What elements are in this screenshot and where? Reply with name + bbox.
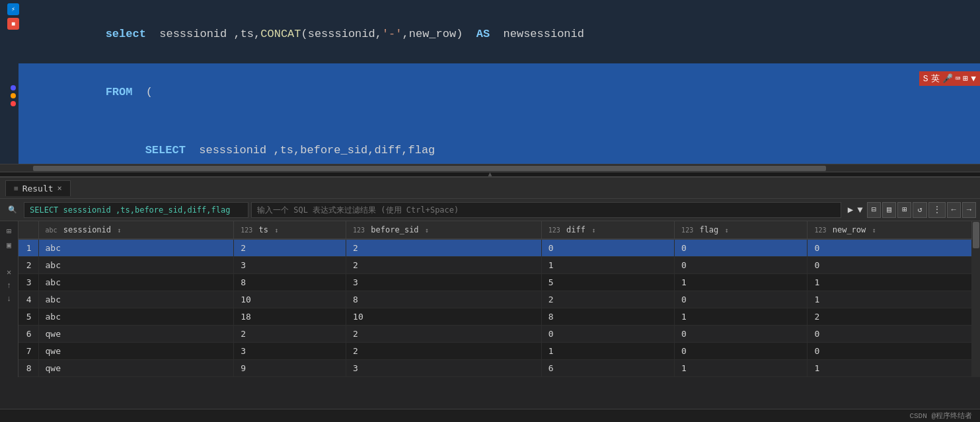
toolbar-filter-btn[interactable]: ⊟ — [867, 202, 881, 218]
cell-sesssionid: qwe — [38, 343, 234, 360]
cell-num: 1 — [19, 239, 38, 257]
toolbar-columns-btn[interactable]: ▤ — [882, 202, 896, 218]
side-icon-4[interactable]: ↑ — [7, 281, 11, 291]
filter-expression-input[interactable] — [251, 202, 841, 218]
cell-before_sid: 8 — [346, 291, 542, 308]
th-sesssionid[interactable]: abc sesssionid ↕ — [38, 221, 234, 239]
th-ts[interactable]: 123 ts ↕ — [234, 221, 346, 239]
cell-num: 6 — [19, 326, 38, 343]
cell-new_row: 0 — [808, 326, 972, 343]
margin-icon-1[interactable]: ⚡ — [7, 3, 19, 15]
cell-ts: 3 — [234, 257, 346, 274]
nav-dropdown-btn[interactable]: ▼ — [856, 205, 864, 215]
side-icon-1[interactable]: ⊞ — [7, 227, 11, 236]
right-scrollbar-thumb[interactable] — [973, 222, 979, 248]
toolbar-forward-btn[interactable]: → — [962, 202, 976, 218]
cell-diff: 0 — [541, 239, 674, 257]
side-icon-5[interactable]: ↓ — [7, 295, 11, 304]
cell-num: 3 — [19, 274, 38, 291]
table-area: ⊞ ▣ ✕ ↑ ↓ abc sesssionid ↕ — [0, 221, 980, 377]
input-method-mic[interactable]: 🎤 — [942, 73, 953, 84]
cell-num: 5 — [19, 308, 38, 326]
result-tab[interactable]: ≡ Result × — [5, 180, 71, 196]
table-row[interactable]: 7qwe32100 — [19, 343, 972, 360]
input-method-overlay[interactable]: S 英 🎤 ⌨ ⊞ ▼ — [919, 71, 980, 86]
cell-sesssionid: abc — [38, 274, 234, 291]
table-row[interactable]: 1abc22000 — [19, 239, 972, 257]
toolbar-export-btn[interactable]: ⊞ — [897, 202, 911, 218]
cell-diff: 5 — [541, 274, 674, 291]
th-before_sid[interactable]: 123 before_sid ↕ — [346, 221, 542, 239]
filter-icon-btn[interactable]: 🔍 — [4, 202, 21, 218]
toolbar-more-btn[interactable]: ⋮ — [928, 202, 946, 218]
sort-icon-diff[interactable]: ↕ — [591, 227, 595, 234]
side-icon-3[interactable]: ✕ — [7, 267, 11, 277]
code-horizontal-scrollbar[interactable] — [0, 164, 980, 172]
cell-before_sid: 2 — [346, 326, 542, 343]
left-margin: ⚡ ■ — [0, 0, 26, 164]
table-row[interactable]: 4abc108201 — [19, 291, 972, 308]
result-table-wrapper[interactable]: abc sesssionid ↕ 123 ts ↕ 123 — [19, 221, 972, 377]
result-tab-label: Result — [22, 184, 54, 193]
cell-flag: 0 — [675, 326, 808, 343]
cell-flag: 0 — [675, 257, 808, 274]
cell-diff: 8 — [541, 308, 674, 326]
margin-dot-1 — [11, 85, 16, 90]
table-row[interactable]: 5abc1810812 — [19, 308, 972, 326]
cell-num: 2 — [19, 257, 38, 274]
input-method-extra[interactable]: ▼ — [971, 74, 976, 84]
table-row[interactable]: 6qwe22000 — [19, 326, 972, 343]
result-tab-close[interactable]: × — [57, 184, 62, 193]
col-icon-before_sid: 123 — [353, 227, 365, 234]
input-method-lang: 英 — [931, 73, 940, 85]
right-scrollbar[interactable] — [972, 221, 980, 377]
margin-icon-2[interactable]: ■ — [7, 18, 19, 30]
cell-new_row: 1 — [808, 291, 972, 308]
th-diff[interactable]: 123 diff ↕ — [541, 221, 674, 239]
th-new_row[interactable]: 123 new_row ↕ — [808, 221, 972, 239]
cell-sesssionid: abc — [38, 308, 234, 326]
code-line-1: select sesssionid ,ts,CONCAT(sesssionid,… — [19, 5, 980, 63]
input-method-label: S — [923, 74, 928, 84]
sort-icon-flag[interactable]: ↕ — [725, 227, 729, 234]
cell-ts: 10 — [234, 291, 346, 308]
toolbar-back-btn[interactable]: ← — [947, 202, 961, 218]
cell-ts: 2 — [234, 239, 346, 257]
col-icon-new_row: 123 — [814, 227, 826, 234]
cell-new_row: 0 — [808, 239, 972, 257]
side-icon-2[interactable]: ▣ — [7, 240, 11, 250]
nav-arrows: ▶ ▼ — [847, 204, 864, 215]
cell-sesssionid: abc — [38, 257, 234, 274]
input-method-keyboard[interactable]: ⌨ — [956, 73, 961, 84]
table-row[interactable]: 8qwe93611 — [19, 360, 972, 377]
table-header-row: abc sesssionid ↕ 123 ts ↕ 123 — [19, 221, 972, 239]
toolbar-refresh-btn[interactable]: ↺ — [913, 202, 926, 218]
result-tab-header: ≡ Result × — [0, 178, 980, 199]
result-panel: ≡ Result × 🔍 SELECT sesssionid ,ts,befor… — [0, 177, 980, 409]
resize-handle[interactable]: ▲ — [0, 172, 980, 177]
cell-ts: 2 — [234, 326, 346, 343]
code-editor[interactable]: select sesssionid ,ts,CONCAT(sesssionid,… — [0, 0, 980, 164]
cell-before_sid: 3 — [346, 360, 542, 377]
nav-play-btn[interactable]: ▶ — [847, 204, 854, 215]
cell-new_row: 0 — [808, 257, 972, 274]
sort-icon-ts[interactable]: ↕ — [274, 227, 278, 234]
th-flag[interactable]: 123 flag ↕ — [675, 221, 808, 239]
cell-flag: 1 — [675, 360, 808, 377]
sort-icon-sesssionid[interactable]: ↕ — [117, 227, 121, 234]
sort-icon-new_row[interactable]: ↕ — [872, 227, 876, 234]
cell-num: 7 — [19, 343, 38, 360]
input-method-grid[interactable]: ⊞ — [963, 73, 968, 84]
result-toolbar: 🔍 SELECT sesssionid ,ts,before_sid,diff,… — [0, 199, 980, 221]
cell-diff: 0 — [541, 326, 674, 343]
table-row[interactable]: 2abc32100 — [19, 257, 972, 274]
margin-dot-3 — [11, 101, 16, 106]
cell-before_sid: 2 — [346, 239, 542, 257]
cell-ts: 3 — [234, 343, 346, 360]
sort-icon-before_sid[interactable]: ↕ — [425, 227, 429, 234]
table-row[interactable]: 3abc83511 — [19, 274, 972, 291]
code-scrollbar-thumb[interactable] — [33, 166, 826, 171]
cell-flag: 0 — [675, 291, 808, 308]
code-line-3: SELECT sesssionid ,ts,before_sid,diff,fl… — [19, 122, 980, 164]
cell-sesssionid: abc — [38, 291, 234, 308]
